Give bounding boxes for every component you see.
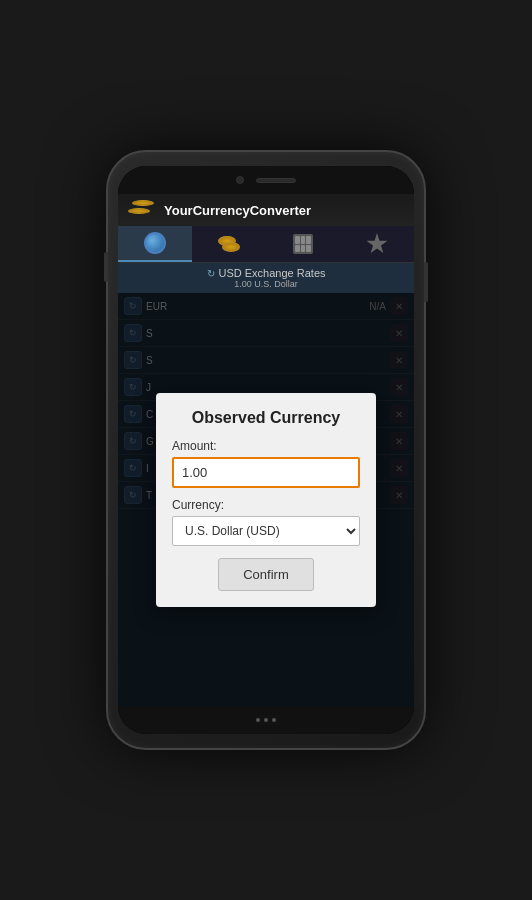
- tab-coins[interactable]: [192, 226, 266, 262]
- exchange-subtitle: 1.00 U.S. Dollar: [234, 279, 298, 289]
- calc-btn-6: [306, 245, 311, 253]
- tab-globe[interactable]: [118, 226, 192, 262]
- app-screen: YourCurrencyConverter: [118, 194, 414, 706]
- tab-settings[interactable]: [340, 226, 414, 262]
- calc-btn-2: [301, 236, 306, 244]
- coins-icon: [218, 236, 240, 252]
- speaker: [256, 178, 296, 183]
- currency-select[interactable]: U.S. Dollar (USD): [172, 516, 360, 546]
- refresh-icon: ↻: [207, 268, 215, 279]
- globe-icon: [144, 232, 166, 254]
- exchange-bar: ↻ USD Exchange Rates 1.00 U.S. Dollar: [118, 263, 414, 293]
- calc-btn-1: [295, 236, 300, 244]
- amount-label: Amount:: [172, 439, 360, 453]
- dialog-title: Observed Currency: [172, 409, 360, 427]
- exchange-title: USD Exchange Rates: [219, 267, 326, 279]
- exchange-title-row: ↻ USD Exchange Rates: [207, 267, 326, 279]
- confirm-button[interactable]: Confirm: [218, 558, 314, 591]
- gear-icon: [366, 233, 388, 255]
- nav-dots: [264, 718, 268, 722]
- currency-label: Currency:: [172, 498, 360, 512]
- calc-btn-3: [306, 236, 311, 244]
- coin-2: [128, 208, 150, 214]
- amount-input[interactable]: [172, 457, 360, 488]
- calc-icon: [293, 234, 313, 254]
- phone-top-bar: [118, 166, 414, 194]
- app-header: YourCurrencyConverter: [118, 194, 414, 226]
- dialog-overlay: Observed Currency Amount: Currency: U.S.…: [118, 293, 414, 706]
- observed-currency-dialog: Observed Currency Amount: Currency: U.S.…: [156, 393, 376, 607]
- phone-device: YourCurrencyConverter: [106, 150, 426, 750]
- tab-calculator[interactable]: [266, 226, 340, 262]
- camera: [236, 176, 244, 184]
- phone-bottom-bar: [118, 706, 414, 734]
- nav-tabs: [118, 226, 414, 263]
- app-title: YourCurrencyConverter: [164, 203, 311, 218]
- currency-list: ↻ EUR N/A ✕ ↻ S ✕ ↻ S ✕ ↻ J: [118, 293, 414, 706]
- coin-1: [132, 200, 154, 206]
- calc-btn-4: [295, 245, 300, 253]
- coin-icon: [128, 200, 156, 220]
- phone-screen: YourCurrencyConverter: [118, 166, 414, 734]
- calc-btn-5: [301, 245, 306, 253]
